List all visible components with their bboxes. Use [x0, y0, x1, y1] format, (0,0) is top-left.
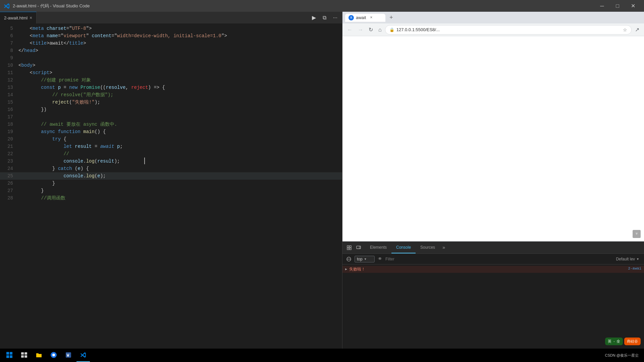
tab-actions: ▶ ⧉ ··· — [310, 12, 342, 23]
scroll-to-bottom-button[interactable]: ▼ — [633, 230, 641, 238]
console-error-entry: ▶ 失败啦！ 2-awai — [342, 266, 644, 273]
svg-rect-10 — [10, 352, 12, 355]
code-line-14: 14 // resolve("用户数据"); — [0, 91, 342, 99]
vscode-logo-icon — [3, 3, 10, 9]
code-line-27: 27 } — [0, 187, 342, 194]
minimize-button[interactable]: ─ — [594, 0, 610, 12]
device-toggle-button[interactable] — [355, 244, 363, 252]
svg-rect-2 — [347, 248, 349, 250]
main-container: 2-await.html × ▶ ⧉ ··· 5 <meta charset="… — [0, 12, 644, 362]
browser-title-bar: a await × + — [342, 12, 644, 23]
default-level-button[interactable]: Default lev ▼ — [614, 256, 641, 262]
svg-rect-0 — [347, 246, 349, 247]
svg-rect-12 — [10, 355, 12, 358]
svg-rect-14 — [24, 352, 27, 355]
new-tab-button[interactable]: + — [388, 14, 394, 21]
console-error-source[interactable]: 2-awai — [628, 266, 641, 270]
editor-tab[interactable]: 2-await.html × — [0, 12, 37, 23]
forward-button[interactable]: → — [356, 25, 365, 34]
code-line-7: 7 <title>await</title> — [0, 40, 342, 47]
context-selector[interactable]: top ▼ — [355, 256, 375, 262]
browser-nav-bar: ← → ↻ ⌂ 🔒 127.0.0.1:5500/ES8/... ☆ ↗ — [342, 23, 644, 36]
devtools-tab-bar: Elements Console Sources » — [342, 242, 644, 254]
inspect-element-button[interactable] — [345, 244, 353, 252]
svg-text:W: W — [67, 353, 69, 358]
browser-tab-label: await — [356, 15, 366, 20]
eye-button[interactable]: 👁 — [377, 256, 383, 262]
editor-panel: 2-await.html × ▶ ⧉ ··· 5 <meta charset="… — [0, 12, 342, 362]
code-line-24: 24 } catch (e) { — [0, 165, 342, 172]
code-line-22: 22 // — [0, 150, 342, 158]
file-explorer-button[interactable] — [32, 349, 46, 362]
eye-icon: 👁 — [378, 256, 382, 261]
devtools-left-icons — [342, 242, 365, 253]
browser-taskbar-button[interactable] — [47, 349, 60, 362]
more-actions-button[interactable]: ··· — [331, 13, 339, 22]
vscode-taskbar-button[interactable] — [76, 349, 90, 362]
code-line-25: 25 console.log(e); — [0, 172, 342, 180]
code-line-15: 15 reject("失败啦!"); — [0, 99, 342, 106]
maximize-button[interactable]: □ — [610, 0, 625, 12]
expand-arrow-icon[interactable]: ▶ — [345, 267, 347, 271]
browser-panel: a await × + ← → ↻ ⌂ 🔒 127.0.0.1:5500/ES8… — [342, 12, 644, 362]
code-line-26: 26 } — [0, 180, 342, 187]
svg-rect-11 — [6, 355, 9, 358]
split-editor-button[interactable]: ⧉ — [321, 13, 328, 22]
back-button[interactable]: ← — [345, 25, 355, 34]
close-button[interactable]: ✕ — [625, 0, 641, 12]
clear-console-button[interactable] — [345, 256, 353, 262]
start-menu-button[interactable] — [3, 349, 16, 362]
code-line-13: 13 const p = new Promise((resolve, rejec… — [0, 84, 342, 91]
taskbar-right: CSDN @俊乐一星尘 — [602, 353, 641, 358]
address-bar[interactable]: 🔒 127.0.0.1:5500/ES8/... ☆ — [385, 25, 632, 35]
default-level-dropdown-icon: ▼ — [636, 257, 639, 261]
code-line-28: 28 //调用函数 — [0, 194, 342, 202]
taskbar: W CSDN @俊乐一星尘 — [0, 349, 644, 362]
filter-input[interactable] — [385, 257, 612, 261]
chinese-ext-widget[interactable]: 英 · 全 — [605, 338, 623, 345]
code-line-18: 18 // await 要放在 async 函数中. — [0, 121, 342, 128]
window-controls: ─ □ ✕ — [594, 0, 641, 12]
tab-elements[interactable]: Elements — [365, 242, 391, 253]
shanggugu-widget[interactable]: 商硅谷 — [624, 338, 641, 345]
widget-text-1: 英 — [608, 339, 611, 344]
window-title: 2-await.html - 代码 - Visual Studio Code — [13, 3, 90, 9]
code-line-9: 9 — [0, 54, 342, 62]
tab-sources[interactable]: Sources — [416, 242, 440, 253]
url-text: 127.0.0.1:5500/ES8/... — [396, 27, 621, 32]
share-button[interactable]: ↗ — [633, 25, 641, 34]
svg-rect-15 — [21, 355, 24, 358]
devtools-console-bar: top ▼ 👁 Default lev ▼ — [342, 254, 644, 264]
widget-text-2: 商硅谷 — [627, 339, 638, 344]
browser-tab-close[interactable]: × — [370, 15, 372, 20]
title-bar-left: 2-await.html - 代码 - Visual Studio Code — [3, 3, 90, 9]
svg-rect-9 — [6, 352, 9, 355]
bookmark-icon[interactable]: ☆ — [623, 27, 627, 33]
code-line-11: 11 <script> — [0, 69, 342, 76]
devtools-console-content: ▶ 失败啦！ 2-awai — [342, 264, 644, 362]
browser-favicon: a — [348, 15, 354, 20]
code-line-6: 6 <meta name="viewport" content="width=d… — [0, 32, 342, 40]
bottom-right-overlay: 英 · 全 商硅谷 — [605, 338, 641, 345]
svg-rect-3 — [350, 248, 351, 250]
browser-active-tab[interactable]: a await × — [345, 14, 385, 22]
code-line-16: 16 }) — [0, 106, 342, 113]
tab-console[interactable]: Console — [391, 242, 416, 253]
home-button[interactable]: ⌂ — [376, 25, 384, 34]
task-view-button[interactable] — [17, 349, 31, 362]
code-line-12: 12 //创建 promise 对象 — [0, 76, 342, 84]
tab-close-button[interactable]: × — [30, 15, 32, 20]
more-tabs-button[interactable]: » — [440, 242, 448, 253]
word-taskbar-button[interactable]: W — [62, 349, 75, 362]
code-line-8: 8 </head> — [0, 47, 342, 54]
svg-rect-5 — [359, 246, 360, 248]
tab-bar: 2-await.html × ▶ ⧉ ··· — [0, 12, 342, 23]
refresh-button[interactable]: ↻ — [367, 25, 375, 34]
run-button[interactable]: ▶ — [310, 13, 318, 22]
code-line-17: 17 — [0, 113, 342, 121]
default-level-label: Default lev — [616, 257, 635, 261]
title-bar: 2-await.html - 代码 - Visual Studio Code ─… — [0, 0, 644, 12]
context-dropdown-icon: ▼ — [364, 257, 367, 261]
code-editor[interactable]: 5 <meta charset="UTF-8"> 6 <meta name="v… — [0, 23, 342, 362]
code-line-10: 10 <body> — [0, 62, 342, 69]
